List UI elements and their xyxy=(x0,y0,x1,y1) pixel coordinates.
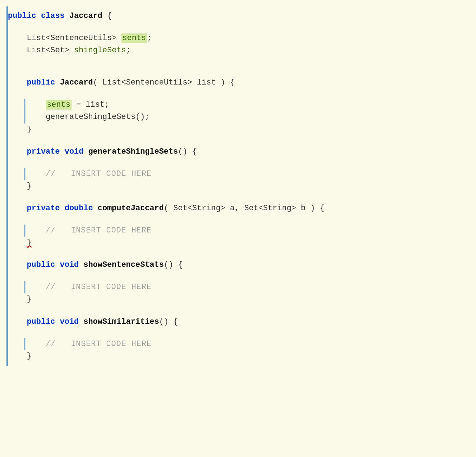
line-text: } xyxy=(8,293,31,306)
code-line: } xyxy=(6,124,476,136)
code-line: } xyxy=(6,293,476,306)
line-text: List<SentenceUtils> sents; xyxy=(8,32,152,44)
code-editor: public class Jaccard { List<SentenceUtil… xyxy=(6,6,476,366)
code-line xyxy=(6,67,476,77)
line-text: // INSERT CODE HERE xyxy=(8,338,151,350)
code-line: // INSERT CODE HERE xyxy=(6,168,476,180)
code-content: public class Jaccard { List<SentenceUtil… xyxy=(6,10,476,362)
code-line: // INSERT CODE HERE xyxy=(6,338,476,350)
code-line: // INSERT CODE HERE xyxy=(6,225,476,237)
line-text: // INSERT CODE HERE xyxy=(8,225,151,237)
code-line: public void showSimilarities() { xyxy=(6,316,476,328)
line-text: sents = list; xyxy=(8,99,109,111)
line-text: public void showSimilarities() { xyxy=(8,316,178,328)
line-text: generateShingleSets(); xyxy=(8,111,150,123)
line-text: } xyxy=(8,350,31,362)
code-line xyxy=(6,306,476,316)
code-line xyxy=(6,271,476,281)
code-line: public void showSentenceStats() { xyxy=(6,259,476,271)
line-text: } xyxy=(8,180,31,192)
code-line: private double computeJaccard( Set<Strin… xyxy=(6,202,476,215)
line-text: private double computeJaccard( Set<Strin… xyxy=(8,202,325,215)
code-line xyxy=(6,57,476,67)
code-line: sents = list; xyxy=(6,99,476,111)
line-text: public class Jaccard { xyxy=(8,10,112,22)
code-line xyxy=(6,249,476,259)
line-text: public Jaccard( List<SentenceUtils> list… xyxy=(8,77,235,89)
line-text: } xyxy=(8,124,31,136)
line-text: // INSERT CODE HERE xyxy=(8,281,151,293)
code-line xyxy=(6,89,476,99)
line-text: // INSERT CODE HERE xyxy=(8,168,151,180)
code-line xyxy=(6,215,476,225)
code-line xyxy=(6,328,476,338)
line-text: private void generateShingleSets() { xyxy=(8,146,197,158)
code-line xyxy=(6,22,476,32)
code-line: // INSERT CODE HERE xyxy=(6,281,476,293)
code-line: } xyxy=(6,237,476,249)
code-line: } xyxy=(6,180,476,192)
code-line: } xyxy=(6,350,476,362)
code-line: private void generateShingleSets() { xyxy=(6,146,476,158)
code-line: List<Set> shingleSets; xyxy=(6,44,476,57)
code-line: public Jaccard( List<SentenceUtils> list… xyxy=(6,77,476,89)
code-line xyxy=(6,136,476,146)
code-line: public class Jaccard { xyxy=(6,10,476,22)
code-line: generateShingleSets(); xyxy=(6,111,476,123)
line-text: public void showSentenceStats() { xyxy=(8,259,183,271)
line-text: List<Set> shingleSets; xyxy=(8,44,131,57)
code-line: List<SentenceUtils> sents; xyxy=(6,32,476,44)
code-line xyxy=(6,192,476,202)
code-line xyxy=(6,158,476,168)
line-text: } xyxy=(8,237,31,249)
